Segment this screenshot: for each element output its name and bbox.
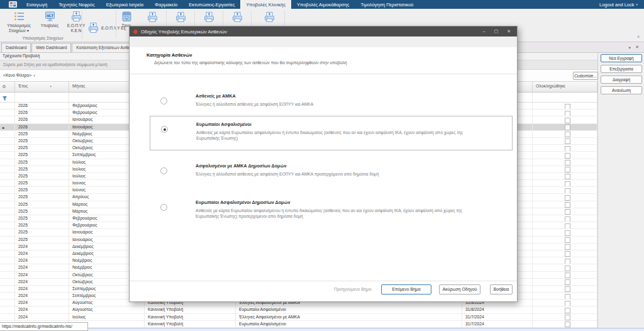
row-indicator[interactable] <box>0 131 15 137</box>
cell-completed[interactable] <box>533 321 597 327</box>
row-indicator[interactable] <box>0 116 15 123</box>
completed-checkbox[interactable] <box>565 308 570 313</box>
completed-checkbox[interactable] <box>565 125 570 130</box>
ribbon-printer-button[interactable] <box>200 11 218 26</box>
cell-year[interactable]: 2026 <box>15 103 69 109</box>
help-button[interactable]: Βοήθεια <box>490 284 513 295</box>
customize-button[interactable]: Customize... <box>573 72 598 80</box>
cell-category[interactable]: Ευρωπαίοι Ασφαλισμένοι <box>236 306 462 313</box>
completed-checkbox[interactable] <box>565 301 570 306</box>
row-indicator[interactable] <box>0 173 15 179</box>
completed-checkbox[interactable] <box>565 118 570 123</box>
cell-completed[interactable] <box>533 208 597 215</box>
menu-item[interactable]: Εκτυπώσεις-Εργασίες <box>183 0 240 9</box>
completed-checkbox[interactable] <box>565 230 570 236</box>
completed-checkbox[interactable] <box>565 138 570 144</box>
cell-year[interactable]: 2024 <box>15 314 69 320</box>
cell-completed[interactable] <box>533 180 597 186</box>
row-indicator[interactable] <box>0 208 15 215</box>
row-indicator[interactable] <box>0 300 15 306</box>
cell-completed[interactable] <box>533 152 597 158</box>
completed-checkbox[interactable] <box>565 160 570 166</box>
completed-checkbox[interactable] <box>565 146 570 152</box>
row-indicator[interactable] <box>0 180 15 186</box>
cell-completed[interactable] <box>533 264 597 271</box>
cell-year[interactable]: 2025 <box>15 194 69 200</box>
wizard-titlebar[interactable]: Οδηγός Υποβολής Εσωτερικών Ασθενών – ▢ ✕ <box>130 26 517 36</box>
completed-checkbox[interactable] <box>565 286 570 292</box>
completed-checkbox[interactable] <box>565 315 570 320</box>
cell-year[interactable]: 2025 <box>15 131 69 137</box>
cell-date[interactable]: 31/8/2024 <box>462 306 533 313</box>
table-row[interactable]: 2024ΑύγουστοςΚανονική ΥποβολήΕυρωπαίοι Α… <box>0 306 597 313</box>
row-indicator[interactable] <box>0 314 15 320</box>
cell-date[interactable]: 31/7/2024 <box>462 321 533 327</box>
cell-year[interactable]: 2025 <box>15 237 69 243</box>
cell-year[interactable]: 2025 <box>15 208 69 215</box>
menu-item[interactable]: Τιμολόγηση Περιστατικού <box>355 0 419 9</box>
cell-completed[interactable] <box>533 257 597 264</box>
row-indicator[interactable] <box>0 103 15 109</box>
completed-checkbox[interactable] <box>565 251 570 257</box>
cell-completed[interactable] <box>533 229 597 235</box>
row-indicator[interactable] <box>0 237 15 243</box>
cell-year[interactable]: 2025 <box>15 166 69 172</box>
cell-year[interactable]: 2025 <box>15 180 69 186</box>
cell-year[interactable]: 2024 <box>15 279 69 285</box>
cell-year[interactable]: 2024 <box>15 300 69 306</box>
wizard-option[interactable]: Ασφαλισμένοι με ΑΜΚΑ Δημοσίων ΔομώνΈλλην… <box>150 158 513 187</box>
cell-completed[interactable] <box>533 293 597 299</box>
cell-year[interactable]: 2026 <box>15 116 69 123</box>
menu-item[interactable]: Φαρμακείο <box>149 0 183 9</box>
completed-checkbox[interactable] <box>565 195 570 201</box>
row-indicator[interactable] <box>0 244 15 250</box>
cell-completed[interactable] <box>533 131 597 137</box>
stoixeia-button[interactable]: Στοιχ <box>118 11 135 28</box>
cell-month[interactable]: Ιούλιος <box>69 314 145 320</box>
ribbon-button[interactable]: Υπολογισμός Στοιχείων ▾ <box>3 11 35 33</box>
maximize-icon[interactable]: ▢ <box>494 29 499 34</box>
cell-completed[interactable] <box>533 166 597 172</box>
column-header-year[interactable]: Έτος▼ <box>15 82 69 92</box>
cell-year[interactable]: 2024 <box>15 250 69 257</box>
completed-checkbox[interactable] <box>565 322 570 327</box>
row-indicator[interactable] <box>0 272 15 278</box>
row-indicator[interactable] <box>0 109 15 116</box>
menu-item[interactable]: Υποβολές Κλινικής <box>240 0 291 9</box>
row-indicator[interactable] <box>0 159 15 166</box>
cell-year[interactable]: 2025 <box>15 173 69 179</box>
cell-submission-type[interactable]: Κανονική Υποβολή <box>145 321 236 327</box>
cell-year[interactable]: 2025 <box>15 215 69 222</box>
completed-checkbox[interactable] <box>565 266 570 271</box>
action-button[interactable]: Επεξεργασία <box>601 65 642 73</box>
table-row[interactable]: 2024ΙούλιοςΚανονική ΥποβολήΕυρωπαίοι Ασφ… <box>0 321 597 328</box>
row-indicator[interactable] <box>0 279 15 285</box>
completed-checkbox[interactable] <box>565 132 570 137</box>
cell-completed[interactable] <box>533 215 597 222</box>
completed-checkbox[interactable] <box>565 216 570 222</box>
menu-item[interactable]: Εξωτερικά Ιατρεία <box>101 0 149 9</box>
cell-year[interactable]: 2024 <box>15 257 69 264</box>
row-indicator[interactable] <box>0 286 15 292</box>
cell-completed[interactable] <box>533 272 597 278</box>
cell-submission-type[interactable]: Κανονική Υποβολή <box>145 306 236 313</box>
cell-completed[interactable] <box>533 222 597 228</box>
minimize-icon[interactable]: – <box>483 29 486 34</box>
table-row[interactable]: 2024ΙούλιοςΚανονική ΥποβολήΈλληνες Ασφαλ… <box>0 314 597 321</box>
cell-year[interactable]: 2024 <box>15 306 69 313</box>
tab-close-icon[interactable]: ✕ <box>635 45 639 50</box>
completed-checkbox[interactable] <box>565 237 570 243</box>
cell-completed[interactable] <box>533 103 597 109</box>
cell-completed[interactable] <box>533 173 597 179</box>
completed-checkbox[interactable] <box>565 294 570 300</box>
ribbon-printer-button[interactable] <box>260 11 278 26</box>
cell-year[interactable]: 2025 <box>15 222 69 228</box>
cell-completed[interactable] <box>533 201 597 208</box>
cell-year[interactable]: 2025 <box>15 229 69 235</box>
row-indicator[interactable] <box>0 187 15 193</box>
row-indicator[interactable] <box>0 215 15 222</box>
row-indicator[interactable] <box>0 138 15 144</box>
cell-year[interactable]: 2024 <box>15 244 69 250</box>
ribbon-button[interactable]: HL7Υποβολές <box>36 11 63 28</box>
cell-completed[interactable] <box>533 300 597 306</box>
